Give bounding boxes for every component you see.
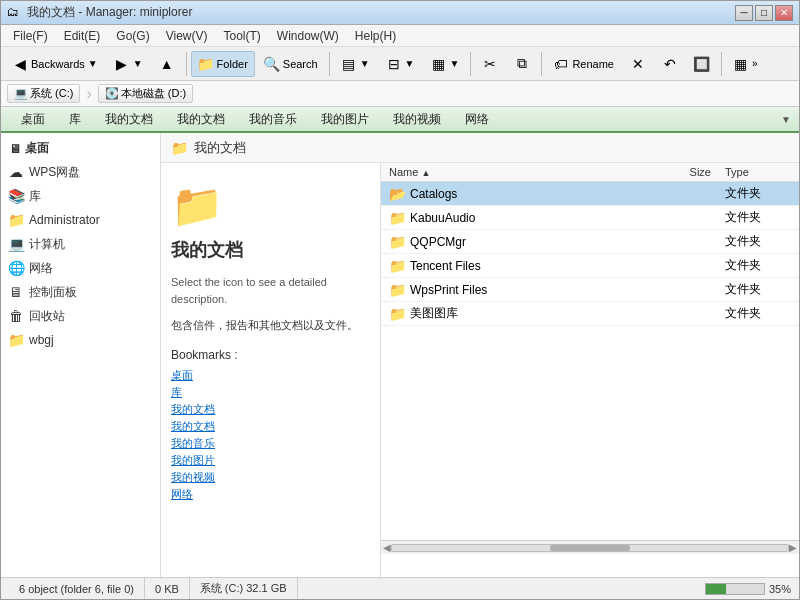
- copy-button[interactable]: ⧉: [507, 51, 537, 77]
- menu-go[interactable]: Go(G): [108, 27, 157, 45]
- main-area: 🖥 桌面 ☁ WPS网盘 📚 库 📁 Administrator 💻 计算机 🌐: [1, 133, 799, 577]
- preview-bm-5[interactable]: 我的图片: [171, 453, 370, 468]
- sidebar-item-computer[interactable]: 💻 计算机: [1, 232, 160, 256]
- preview-bm-1[interactable]: 库: [171, 385, 370, 400]
- content-header-title: 我的文档: [194, 139, 246, 157]
- minimize-button[interactable]: ─: [735, 5, 753, 21]
- table-row[interactable]: 📁 KabuuAudio 文件夹: [381, 206, 799, 230]
- forward-button[interactable]: ▶ ▼: [107, 51, 150, 77]
- file-icon-0: 📂: [389, 186, 406, 202]
- properties-icon: 🔲: [694, 56, 710, 72]
- separator-5: [721, 52, 722, 76]
- menu-help[interactable]: Help(H): [347, 27, 404, 45]
- col-type-header[interactable]: Type: [719, 166, 799, 178]
- separator-4: [541, 52, 542, 76]
- menu-file[interactable]: File(F): [5, 27, 56, 45]
- rename-button[interactable]: 🏷 Rename: [546, 51, 621, 77]
- preview-bm-6[interactable]: 我的视频: [171, 470, 370, 485]
- window-icon: 🗂: [7, 5, 23, 21]
- search-button[interactable]: 🔍 Search: [257, 51, 325, 77]
- preview-bm-7[interactable]: 网络: [171, 487, 370, 502]
- scroll-track[interactable]: [391, 544, 789, 552]
- file-list: Name ▲ Size Type 📂 Catalogs 文件夹: [381, 163, 799, 577]
- window-controls: ─ □ ✕: [735, 5, 793, 21]
- horizontal-scrollbar[interactable]: ◀ ▶: [381, 540, 799, 554]
- close-button[interactable]: ✕: [775, 5, 793, 21]
- scroll-right-icon[interactable]: ▶: [789, 542, 797, 553]
- bm-music[interactable]: 我的音乐: [237, 107, 309, 132]
- folder-icon: 📁: [198, 56, 214, 72]
- bm-library[interactable]: 库: [57, 107, 93, 132]
- scroll-thumb[interactable]: [550, 545, 629, 551]
- view-btn3[interactable]: ▦ ▼: [423, 51, 466, 77]
- undo-button[interactable]: ↶: [655, 51, 685, 77]
- bm-videos[interactable]: 我的视频: [381, 107, 453, 132]
- menu-tool[interactable]: Tool(T): [216, 27, 269, 45]
- library-icon: 📚: [7, 187, 25, 205]
- scroll-left-icon[interactable]: ◀: [383, 542, 391, 553]
- preview-bm-4[interactable]: 我的音乐: [171, 436, 370, 451]
- properties-button[interactable]: 🔲: [687, 51, 717, 77]
- addr-separator: ›: [86, 85, 91, 103]
- window-title: 我的文档 - Manager: miniplorer: [27, 4, 735, 21]
- folder-button[interactable]: 📁 Folder: [191, 51, 255, 77]
- drive-c-button[interactable]: 💻 系统 (C:): [7, 84, 80, 103]
- preview-bm-3[interactable]: 我的文档: [171, 419, 370, 434]
- table-row[interactable]: 📁 Tencent Files 文件夹: [381, 254, 799, 278]
- table-row[interactable]: 📁 美图图库 文件夹: [381, 302, 799, 326]
- preview-description: Select the icon to see a detailed descri…: [171, 274, 370, 307]
- preview-bm-0[interactable]: 桌面: [171, 368, 370, 383]
- table-row[interactable]: 📂 Catalogs 文件夹: [381, 182, 799, 206]
- sidebar-item-controlpanel[interactable]: 🖥 控制面板: [1, 280, 160, 304]
- undo-icon: ↶: [662, 56, 678, 72]
- menu-view[interactable]: View(V): [158, 27, 216, 45]
- menu-window[interactable]: Window(W): [269, 27, 347, 45]
- more-dropdown-icon: »: [752, 58, 758, 69]
- file-list-header: Name ▲ Size Type: [381, 163, 799, 182]
- table-row[interactable]: 📁 QQPCMgr 文件夹: [381, 230, 799, 254]
- status-progress: 35%: [705, 583, 791, 595]
- file-icon-1: 📁: [389, 210, 406, 226]
- sidebar-item-recycle[interactable]: 🗑 回收站: [1, 304, 160, 328]
- table-row[interactable]: 📁 WpsPrint Files 文件夹: [381, 278, 799, 302]
- sidebar-item-wbgj[interactable]: 📁 wbgj: [1, 328, 160, 352]
- bm-desktop[interactable]: 桌面: [9, 107, 57, 132]
- sidebar-item-admin[interactable]: 📁 Administrator: [1, 208, 160, 232]
- up-button[interactable]: ▲: [152, 51, 182, 77]
- view-btn1[interactable]: ▤ ▼: [334, 51, 377, 77]
- bm-mydocs1[interactable]: 我的文档: [93, 107, 165, 132]
- sidebar: 🖥 桌面 ☁ WPS网盘 📚 库 📁 Administrator 💻 计算机 🌐: [1, 133, 161, 577]
- cut-button[interactable]: ✂: [475, 51, 505, 77]
- sidebar-item-wps[interactable]: ☁ WPS网盘: [1, 160, 160, 184]
- menu-edit[interactable]: Edit(E): [56, 27, 109, 45]
- content-area: 📁 我的文档 📁 我的文档 Select the icon to see a d…: [161, 133, 799, 577]
- bm-pics[interactable]: 我的图片: [309, 107, 381, 132]
- progress-fill: [706, 584, 726, 594]
- bookmark-bar: 桌面 库 我的文档 我的文档 我的音乐 我的图片 我的视频 网络 ▼: [1, 107, 799, 133]
- wbgj-icon: 📁: [7, 331, 25, 349]
- up-icon: ▲: [159, 56, 175, 72]
- wps-icon: ☁: [7, 163, 25, 181]
- delete-button[interactable]: ✕: [623, 51, 653, 77]
- file-icon-4: 📁: [389, 282, 406, 298]
- drive-d-button[interactable]: 💽 本地磁盘 (D:): [98, 84, 193, 103]
- sidebar-item-library[interactable]: 📚 库: [1, 184, 160, 208]
- bm-network[interactable]: 网络: [453, 107, 501, 132]
- progress-bar: [705, 583, 765, 595]
- bm-mydocs2[interactable]: 我的文档: [165, 107, 237, 132]
- drive-c-icon: 💻: [14, 87, 28, 100]
- preview-bm-2[interactable]: 我的文档: [171, 402, 370, 417]
- maximize-button[interactable]: □: [755, 5, 773, 21]
- forward-icon: ▶: [114, 56, 130, 72]
- view-btn2[interactable]: ⊟ ▼: [379, 51, 422, 77]
- admin-icon: 📁: [7, 211, 25, 229]
- col-name-header[interactable]: Name ▲: [381, 166, 659, 178]
- back-button[interactable]: ◀ Backwards ▼: [5, 51, 105, 77]
- col-size-header[interactable]: Size: [659, 166, 719, 178]
- toolbar: ◀ Backwards ▼ ▶ ▼ ▲ 📁 Folder 🔍 Search ▤ …: [1, 47, 799, 81]
- address-bar: 💻 系统 (C:) › 💽 本地磁盘 (D:): [1, 81, 799, 107]
- forward-dropdown-icon: ▼: [133, 58, 143, 69]
- bookmark-scroll: ▼: [781, 114, 791, 125]
- more-button[interactable]: ▦ »: [726, 51, 765, 77]
- sidebar-item-network[interactable]: 🌐 网络: [1, 256, 160, 280]
